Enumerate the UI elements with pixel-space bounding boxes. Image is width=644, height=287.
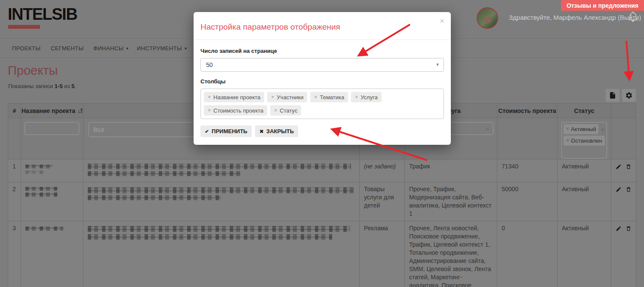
nav-label: ФИНАНСЫ	[93, 45, 123, 52]
close-icon[interactable]: ×	[440, 16, 444, 26]
close-label: ЗАКРЫТЬ	[266, 128, 294, 134]
remove-tag-icon[interactable]: ×	[274, 107, 277, 113]
chip-label: Остановлен	[571, 137, 602, 145]
intelsib-logo: INTELSIB	[8, 5, 77, 24]
service-cell: Прочее, Лента новостей, Поисковое продви…	[405, 221, 497, 287]
header-cost: Стоимость проекта	[497, 104, 558, 118]
service-cell: Трафик	[405, 159, 497, 182]
column-tag-label: Название проекта	[213, 94, 260, 101]
delete-button[interactable]	[626, 225, 632, 232]
columns-multiselect[interactable]: ×Название проекта ×Участники ×Тематика ×…	[200, 89, 444, 119]
column-tag[interactable]: ×Статус	[270, 105, 301, 116]
chevron-down-icon: ▾	[185, 46, 187, 51]
column-tag[interactable]: ×Стоимость проекта	[204, 105, 267, 116]
sort-alpha-icon: ↓AZ	[77, 107, 83, 114]
chevron-down-icon: ▾	[126, 46, 128, 51]
modal-title: Настройка параметров отображения	[200, 22, 444, 32]
participants-cell	[83, 182, 360, 221]
remove-tag-icon[interactable]: ×	[271, 94, 274, 100]
column-tag[interactable]: ×Название проекта	[204, 92, 264, 102]
column-tag[interactable]: ×Участники	[267, 92, 307, 102]
project-name-cell	[21, 159, 83, 182]
edit-button[interactable]	[616, 163, 622, 170]
table-row: 1 (не задано) Трафик 71340 Активный	[8, 159, 636, 182]
header-status: Статус	[558, 104, 611, 118]
header-index: #	[8, 104, 21, 118]
clear-all-icon[interactable]: ×	[601, 125, 604, 134]
row-index: 1	[8, 159, 21, 182]
notification-bell-icon[interactable]	[627, 11, 639, 22]
check-icon: ✔	[205, 128, 209, 134]
remove-tag-icon[interactable]: ×	[566, 125, 569, 133]
nav-label: ИНСТРУМЕНТЫ	[137, 45, 182, 52]
delete-button[interactable]	[626, 163, 632, 170]
actions-cell	[611, 159, 636, 182]
remove-tag-icon[interactable]: ×	[208, 107, 211, 113]
settings-gear-button[interactable]	[622, 89, 636, 102]
avatar[interactable]	[477, 7, 498, 29]
chip-label: Активный	[571, 125, 596, 133]
cost-cell: 71340	[497, 159, 558, 182]
modal-close-button[interactable]: ✖ЗАКРЫТЬ	[255, 125, 298, 137]
column-tag-label: Стоимость проекта	[213, 107, 263, 114]
participants-cell	[83, 221, 360, 287]
nav-label: СЕГМЕНТЫ	[51, 45, 83, 52]
column-tag[interactable]: ×Услуга	[351, 92, 382, 102]
file-icon	[609, 92, 616, 99]
table-row: 3 Реклама Прочее, Лента новостей, Поиско…	[8, 221, 636, 287]
delete-button[interactable]	[626, 186, 632, 193]
records-summary: Показаны записи 1-5 из 5.	[8, 83, 76, 89]
table-row: 2 Товары услуги для детей Прочее, Трафик…	[8, 182, 636, 221]
column-tag-label: Статус	[280, 107, 297, 114]
remove-tag-icon[interactable]: ×	[314, 94, 317, 100]
clear-filter-icon[interactable]: ×	[486, 125, 489, 133]
summary-range: 1-5	[55, 83, 63, 89]
nav-item-projects[interactable]: ПРОЕКТЫ	[12, 39, 40, 58]
remove-tag-icon[interactable]: ×	[355, 94, 358, 100]
page-size-select[interactable]: 50 ▾	[200, 58, 444, 72]
edit-button[interactable]	[616, 225, 622, 232]
header-actions	[611, 104, 636, 118]
summary-of: из	[63, 83, 71, 89]
status-cell: Активный	[558, 182, 611, 221]
remove-tag-icon[interactable]: ×	[208, 94, 211, 100]
project-name-cell	[21, 221, 83, 287]
header-label: Название проекта	[22, 107, 75, 114]
feedback-button[interactable]: Отзывы и предложения	[561, 0, 644, 11]
status-filter-multiselect[interactable]: ×Активный × ×Остановлен	[561, 122, 607, 159]
theme-cell: Реклама	[360, 221, 405, 287]
page-size-value: 50	[206, 61, 213, 68]
row-index: 2	[8, 182, 21, 221]
nav-item-finance[interactable]: ФИНАНСЫ ▾	[93, 39, 129, 58]
logo-underline	[8, 25, 40, 29]
header-project-name[interactable]: Название проекта↓AZ	[21, 104, 83, 118]
apply-label: ПРИМЕНИТЬ	[212, 128, 247, 134]
chevron-down-icon: ▾	[436, 61, 439, 67]
app-root: INTELSIB Отзывы и предложения Здравствуй…	[0, 0, 644, 287]
nav-label: ПРОЕКТЫ	[12, 45, 40, 52]
status-filter-chip[interactable]: ×Активный	[564, 124, 598, 134]
edit-button[interactable]	[616, 186, 622, 193]
participants-cell	[83, 159, 360, 182]
remove-tag-icon[interactable]: ×	[566, 137, 569, 145]
status-filter-chip[interactable]: ×Остановлен	[564, 136, 605, 146]
user-greeting-logout[interactable]: Здравствуйте, Марфель Александр (Выйти)	[509, 14, 641, 21]
column-tag-label: Участники	[277, 94, 303, 101]
actions-cell	[611, 221, 636, 287]
row-index: 3	[8, 221, 21, 287]
cost-cell: 0	[497, 221, 558, 287]
actions-cell	[611, 182, 636, 221]
cost-cell: 50000	[497, 182, 558, 221]
page-size-label: Число записей на странице	[200, 48, 444, 54]
nav-item-tools[interactable]: ИНСТРУМЕНТЫ ▾	[137, 39, 187, 58]
nav-item-segments[interactable]: СЕГМЕНТЫ	[51, 39, 83, 58]
gear-icon	[625, 92, 633, 99]
columns-label: Столбцы	[200, 78, 444, 85]
cross-icon: ✖	[259, 128, 264, 134]
apply-button[interactable]: ✔ПРИМЕНИТЬ	[200, 125, 252, 137]
summary-prefix: Показаны записи	[8, 83, 55, 89]
column-tag[interactable]: ×Тематика	[310, 92, 348, 102]
export-file-button[interactable]	[606, 89, 619, 102]
display-settings-modal: Настройка параметров отображения × Число…	[194, 12, 451, 145]
project-name-filter-input[interactable]	[25, 122, 79, 135]
